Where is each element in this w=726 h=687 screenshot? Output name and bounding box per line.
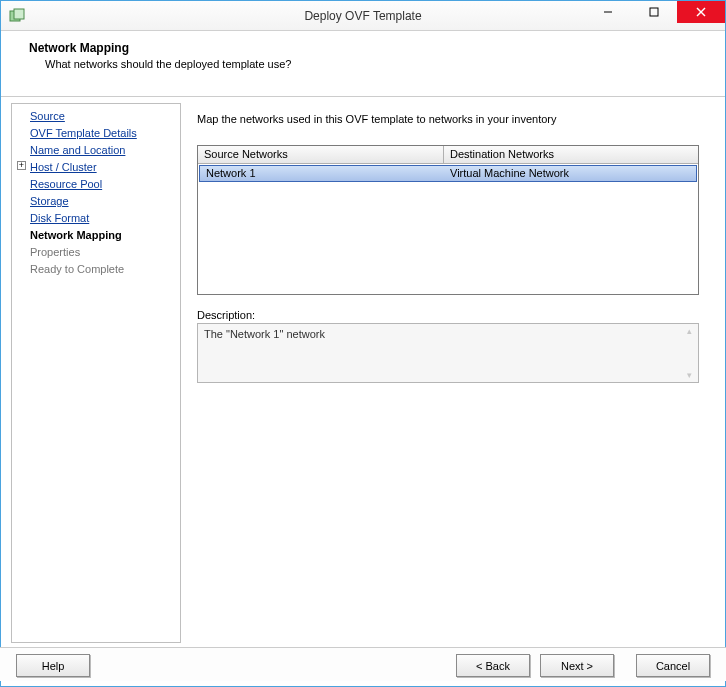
- nav-host-cluster-label: Host / Cluster: [30, 161, 97, 173]
- close-button[interactable]: [677, 1, 725, 23]
- svg-rect-1: [14, 9, 24, 19]
- window-controls: [585, 1, 725, 23]
- main-panel: Map the networks used in this OVF templa…: [181, 103, 715, 643]
- page-title: Network Mapping: [29, 41, 725, 55]
- svg-rect-3: [650, 8, 658, 16]
- cell-source-network: Network 1: [200, 166, 444, 181]
- wizard-nav: Source OVF Template Details Name and Loc…: [11, 103, 181, 643]
- window-title: Deploy OVF Template: [304, 9, 421, 23]
- nav-ovf-template-details[interactable]: OVF Template Details: [18, 125, 174, 142]
- cancel-button[interactable]: Cancel: [636, 654, 710, 677]
- table-header: Source Networks Destination Networks: [198, 146, 698, 164]
- titlebar: Deploy OVF Template: [1, 1, 725, 31]
- description-box: The "Network 1" network ▴ ▾: [197, 323, 699, 383]
- nav-storage[interactable]: Storage: [18, 193, 174, 210]
- expand-icon[interactable]: +: [17, 161, 26, 170]
- minimize-button[interactable]: [585, 1, 631, 23]
- back-button[interactable]: < Back: [456, 654, 530, 677]
- instruction-text: Map the networks used in this OVF templa…: [197, 113, 699, 125]
- col-source-networks[interactable]: Source Networks: [198, 146, 444, 163]
- nav-name-and-location[interactable]: Name and Location: [18, 142, 174, 159]
- nav-resource-pool[interactable]: Resource Pool: [18, 176, 174, 193]
- wizard-footer: Help < Back Next > Cancel: [0, 647, 726, 681]
- nav-network-mapping: Network Mapping: [18, 227, 174, 244]
- maximize-button[interactable]: [631, 1, 677, 23]
- wizard-header: Network Mapping What networks should the…: [1, 31, 725, 97]
- app-icon: [9, 8, 25, 24]
- table-row[interactable]: Network 1 Virtual Machine Network: [199, 165, 697, 182]
- help-button[interactable]: Help: [16, 654, 90, 677]
- nav-ready-to-complete: Ready to Complete: [18, 261, 174, 278]
- cell-destination-network[interactable]: Virtual Machine Network: [444, 166, 696, 181]
- nav-source[interactable]: Source: [18, 108, 174, 125]
- nav-properties: Properties: [18, 244, 174, 261]
- page-subtitle: What networks should the deployed templa…: [45, 58, 725, 70]
- col-destination-networks[interactable]: Destination Networks: [444, 146, 698, 163]
- description-text: The "Network 1" network: [204, 328, 325, 340]
- scroll-hints: ▴ ▾: [682, 326, 696, 380]
- next-button[interactable]: Next >: [540, 654, 614, 677]
- description-label: Description:: [197, 309, 699, 321]
- scroll-up-icon[interactable]: ▴: [682, 326, 696, 336]
- nav-host-cluster[interactable]: + Host / Cluster: [18, 159, 174, 176]
- network-mapping-table: Source Networks Destination Networks Net…: [197, 145, 699, 295]
- scroll-down-icon[interactable]: ▾: [682, 370, 696, 380]
- nav-disk-format[interactable]: Disk Format: [18, 210, 174, 227]
